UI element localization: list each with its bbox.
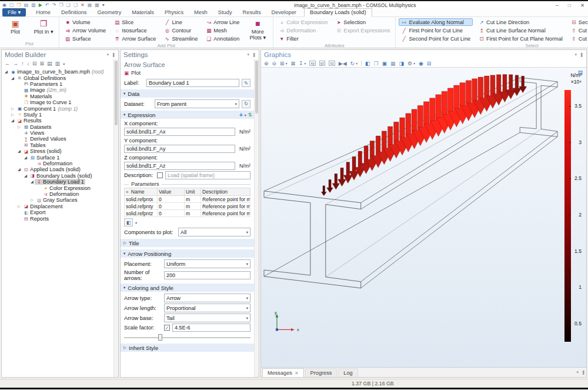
ribbon-button-slice[interactable]: ▤Slice bbox=[112, 18, 158, 26]
scale-factor-input[interactable] bbox=[172, 324, 250, 332]
save-as-icon[interactable]: ▥ bbox=[31, 2, 36, 8]
tree-expander[interactable]: ◢ bbox=[4, 69, 9, 74]
parameter-row[interactable]: solid.refpnty0mReference point for momen… bbox=[125, 203, 250, 210]
rename-button[interactable]: ✎ bbox=[242, 79, 250, 87]
description-input[interactable] bbox=[165, 171, 250, 179]
scale-factor-slider[interactable] bbox=[124, 334, 250, 341]
ribbon-button-cut-plane-normal[interactable]: ⇧Cut Plane Normal bbox=[569, 26, 588, 34]
show-options-icon[interactable]: ▥ bbox=[55, 61, 61, 66]
file-menu-button[interactable]: File ▾ bbox=[2, 8, 26, 16]
tree-expander[interactable]: ▷ bbox=[29, 198, 35, 202]
ribbon-button-plot[interactable]: ▣Plot bbox=[3, 18, 28, 41]
menu-tab-home[interactable]: Home bbox=[31, 9, 56, 15]
label-input[interactable] bbox=[146, 79, 239, 87]
expand-all-icon[interactable]: ⊞ bbox=[40, 61, 45, 66]
parameter-row[interactable]: solid.refpntx0mReference point for momen… bbox=[125, 196, 250, 203]
new-file-icon[interactable]: ▢ bbox=[9, 2, 14, 8]
section-header-title[interactable]: ▷ Title bbox=[121, 239, 259, 247]
graphics-canvas[interactable]: yx ▤ N/m² ×10⁴ 3.532.521.510.5 bbox=[261, 67, 586, 367]
back-icon[interactable]: ← bbox=[5, 61, 10, 66]
print-icon[interactable]: ⊟ bbox=[427, 61, 432, 66]
tree-expander[interactable]: ▷ bbox=[10, 106, 15, 111]
zoom-out-icon[interactable]: ⊖ bbox=[272, 61, 277, 66]
add-expression-icon[interactable]: + bbox=[239, 112, 243, 118]
tree-item-stress-solid[interactable]: ◢◪Stress (solid) bbox=[2, 148, 118, 154]
save-icon[interactable]: ▤ bbox=[24, 2, 29, 8]
y-component-input[interactable] bbox=[124, 145, 235, 153]
model-builder-scrollbar[interactable] bbox=[113, 59, 118, 377]
ribbon-button-evaluate-along-normal[interactable]: ↦Evaluate Along Normal bbox=[399, 18, 473, 26]
ribbon-button-cut-plane-normal-from-surface[interactable]: ⇪Cut Plane Normal from Surface bbox=[569, 35, 588, 42]
tree-item-global-definitions[interactable]: ◢⊕Global Definitions bbox=[2, 75, 118, 81]
ribbon-button-surface[interactable]: ▧Surface bbox=[62, 35, 108, 42]
tree-expander[interactable]: ▷ bbox=[16, 204, 22, 209]
ribbon-button-arrow-line[interactable]: ↝Arrow Line bbox=[203, 18, 242, 26]
move-up-icon[interactable]: ↑ bbox=[21, 61, 24, 66]
tree-item-boundary-load-1[interactable]: ◢↧Boundary Load 1 bbox=[2, 179, 118, 185]
go-to-source-button[interactable]: ↻ bbox=[242, 100, 250, 108]
paste-icon[interactable]: ❏ bbox=[66, 2, 71, 8]
parameters-table[interactable]: » NameValueUnitDescription solid.refpntx… bbox=[124, 188, 250, 217]
tree-item-image[interactable]: ▦Image (i2m_im) bbox=[2, 87, 118, 93]
tree-item-gray-surfaces[interactable]: ▷▨Gray Surfaces bbox=[2, 197, 118, 203]
tree-item-component-1[interactable]: ▷▣Component 1 (comp 1) bbox=[2, 105, 118, 111]
app-logo-icon[interactable]: ◉ bbox=[2, 2, 6, 8]
menu-tab-physics[interactable]: Physics bbox=[159, 9, 189, 15]
rotate-view-icon[interactable]: ↻ bbox=[350, 61, 355, 66]
tree-item-materials[interactable]: ❖Materials bbox=[2, 94, 118, 99]
collapse-all-icon[interactable]: ⊟ bbox=[32, 61, 37, 66]
split-view-icon[interactable]: ◨ bbox=[399, 61, 405, 66]
duplicate-icon[interactable]: ❑ bbox=[74, 2, 78, 8]
replace-expression-icon[interactable]: ⇅ bbox=[248, 112, 252, 118]
arrow-type-select[interactable]: Arrow▾ bbox=[164, 294, 250, 302]
panel-dock-icon[interactable]: ❚ bbox=[112, 52, 115, 57]
z-component-input[interactable] bbox=[124, 162, 235, 170]
redo-icon[interactable]: ↷ bbox=[52, 2, 56, 8]
tree-item-deformation[interactable]: ⇉Deformation bbox=[2, 191, 118, 197]
panel-menu-icon[interactable]: ▾ bbox=[107, 52, 109, 57]
tree-item-image-to-curve-h-beam-mph[interactable]: ◢◉image_to_curve_h_beam.mph (root) bbox=[2, 69, 118, 75]
arrow-base-select[interactable]: Tail▾ bbox=[164, 314, 250, 322]
tree-expander[interactable]: ◢ bbox=[10, 76, 15, 81]
ribbon-button-cut-line-surface-normal[interactable]: ↥Cut Line Surface Normal bbox=[476, 26, 565, 34]
section-header-inherit-style[interactable]: ▷ Inherit Style bbox=[121, 344, 259, 352]
placement-select[interactable]: Uniform▾ bbox=[164, 259, 250, 268]
tree-expander[interactable]: ◢ bbox=[10, 118, 15, 123]
plot-button[interactable]: ▣ Plot bbox=[124, 69, 250, 78]
zoom-in-icon[interactable]: ⊕ bbox=[264, 61, 269, 66]
tab-progress[interactable]: Progress bbox=[305, 368, 338, 377]
chevron-down-icon[interactable]: ▾ bbox=[245, 113, 246, 117]
tree-item-surface-1[interactable]: ◢▧Surface 1 bbox=[2, 154, 118, 160]
dataset-select[interactable]: From parent▾ bbox=[155, 99, 239, 108]
compute-run-icon[interactable]: ▶ bbox=[39, 2, 42, 8]
ribbon-button-filter[interactable]: ▼Filter bbox=[276, 35, 330, 42]
transparency-icon[interactable]: ❐ bbox=[373, 61, 378, 66]
tree-item-results[interactable]: ◢◪Results bbox=[2, 118, 118, 124]
move-down-icon[interactable]: ↓ bbox=[27, 61, 30, 66]
ribbon-button-contour[interactable]: ◎Contour bbox=[162, 26, 200, 34]
scale-factor-checkbox[interactable]: ✓ bbox=[164, 325, 170, 331]
tree-item-views[interactable]: ✛Views bbox=[2, 130, 118, 136]
menu-tab-materials[interactable]: Materials bbox=[126, 9, 159, 15]
ribbon-button-streamline[interactable]: ∿Streamline bbox=[162, 35, 200, 42]
close-button[interactable]: ✕ bbox=[580, 2, 584, 8]
tree-item-applied-loads-solid[interactable]: ◢⊡Applied Loads (solid) bbox=[2, 166, 118, 172]
tab-log[interactable]: Log bbox=[338, 368, 358, 377]
tree-expander[interactable]: ◢ bbox=[23, 155, 28, 160]
panel-dock-icon[interactable]: ❚ bbox=[580, 52, 583, 57]
copy-icon[interactable]: ❐ bbox=[59, 2, 63, 8]
tree-item-boundary-loads-solid[interactable]: ◢◨Boundary Loads (solid) bbox=[2, 173, 118, 179]
scene-light-icon[interactable]: ◧ bbox=[365, 61, 370, 66]
section-header-coloring-and-style[interactable]: ▾ Coloring and Style bbox=[121, 284, 259, 292]
arrow-length-select[interactable]: Proportional▾ bbox=[164, 304, 250, 312]
number-of-arrows-input[interactable] bbox=[164, 271, 250, 279]
table-tool-icon[interactable]: ▦ bbox=[88, 2, 92, 8]
matrix-tool-icon[interactable]: ▩ bbox=[95, 2, 99, 8]
tree-item-datasets[interactable]: ▷▦Datasets bbox=[2, 124, 118, 130]
menu-tab-mesh[interactable]: Mesh bbox=[189, 9, 213, 15]
description-checkbox[interactable] bbox=[157, 172, 163, 178]
close-tab-icon[interactable]: ✕ bbox=[295, 371, 299, 376]
ribbon-button-second-point-for-cut-plane-normal[interactable]: ⊟Second Point for Cut Plane Normal bbox=[569, 18, 588, 26]
maximize-button[interactable]: □ bbox=[568, 2, 571, 8]
view-settings-gear-icon[interactable]: ⚙ bbox=[407, 61, 412, 66]
